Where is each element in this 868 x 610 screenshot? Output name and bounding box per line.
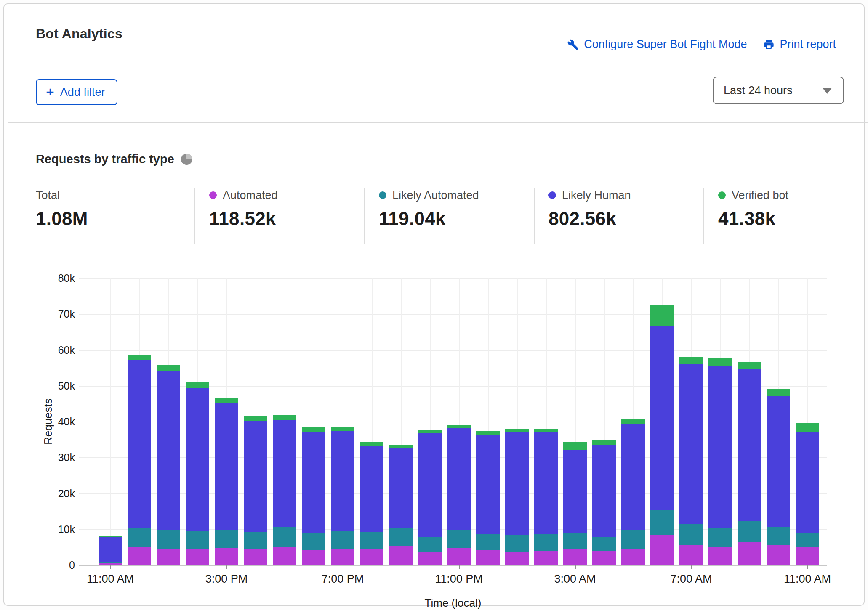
bar-segment-likely-automated xyxy=(157,530,180,548)
print-report-link[interactable]: Print report xyxy=(763,38,836,51)
stat-divider xyxy=(534,188,535,244)
configure-super-bot-fight-mode-link[interactable]: Configure Super Bot Fight Mode xyxy=(567,38,747,51)
bar-segment-likely-human xyxy=(302,432,325,533)
x-tick-mark xyxy=(575,565,576,569)
bar-segment-automated xyxy=(215,548,238,565)
x-tick-label: 11:00 AM xyxy=(87,573,134,586)
y-tick-label: 30k xyxy=(29,451,75,464)
stat-divider xyxy=(194,188,195,244)
wrench-icon xyxy=(567,39,579,50)
stacked-bar-900pm xyxy=(389,445,413,565)
bar-segment-verified-bot xyxy=(215,398,238,403)
stat-likely-human: Likely Human 802.56k xyxy=(548,188,631,229)
bar-segment-automated xyxy=(273,547,296,565)
bar-segment-likely-automated xyxy=(389,528,413,546)
x-tick-mark xyxy=(807,565,808,569)
bar-segment-verified-bot xyxy=(331,427,354,431)
x-tick-label: 11:00 PM xyxy=(435,573,483,586)
bar-segment-likely-automated xyxy=(592,537,616,551)
bar-segment-automated xyxy=(592,551,616,565)
bar-segment-likely-automated xyxy=(476,534,500,550)
bar-segment-likely-human xyxy=(99,537,122,562)
bar-segment-likely-human xyxy=(708,366,732,528)
bar-segment-automated xyxy=(418,552,442,565)
bar-segment-automated xyxy=(128,547,151,565)
bar-segment-likely-human xyxy=(679,364,703,524)
bar-segment-verified-bot xyxy=(505,429,529,433)
stacked-bar-1200am xyxy=(476,431,500,565)
bar-segment-automated xyxy=(360,549,383,565)
bar-segment-likely-human xyxy=(650,326,674,509)
x-tick-mark xyxy=(110,565,111,569)
bar-segment-likely-automated xyxy=(505,535,529,552)
bar-segment-automated xyxy=(738,542,761,565)
stacked-bar-400am xyxy=(592,440,616,565)
printer-icon xyxy=(763,39,775,50)
bar-segment-automated xyxy=(796,547,819,565)
bar-segment-verified-bot xyxy=(128,355,151,359)
bar-segment-verified-bot xyxy=(302,427,325,432)
bar-segment-verified-bot xyxy=(563,442,587,450)
x-tick-label: 3:00 AM xyxy=(554,573,596,586)
x-tick-mark xyxy=(691,565,692,569)
bar-segment-likely-human xyxy=(215,403,238,530)
bar-segment-likely-human xyxy=(738,369,761,521)
bar-segment-verified-bot xyxy=(186,382,209,388)
requests-by-traffic-type-chart: 11:00 AM3:00 PM7:00 PM11:00 PM3:00 AM7:0… xyxy=(79,278,827,565)
stat-likely-automated-label: Likely Automated xyxy=(392,189,479,202)
bar-segment-likely-human xyxy=(476,435,500,534)
bar-segment-likely-human xyxy=(563,450,587,533)
bar-segment-likely-human xyxy=(389,448,413,528)
bar-segment-likely-automated xyxy=(447,530,471,548)
bar-segment-automated xyxy=(447,548,471,565)
bar-segment-likely-human xyxy=(621,424,645,530)
bar-segment-automated xyxy=(621,549,645,565)
print-link-label: Print report xyxy=(780,38,836,51)
stat-verified-bot-label: Verified bot xyxy=(732,189,788,202)
stat-divider xyxy=(364,188,365,244)
stacked-bar-800am xyxy=(708,358,732,565)
page: Bot Analytics Configure Super Bot Fight … xyxy=(0,0,868,610)
bar-segment-likely-automated xyxy=(418,537,442,552)
bar-segment-likely-human xyxy=(767,396,790,527)
stat-divider xyxy=(703,188,704,244)
bar-segment-verified-bot xyxy=(418,430,442,433)
bar-segment-verified-bot xyxy=(534,429,558,432)
bar-segment-automated xyxy=(157,549,180,565)
stacked-bar-800pm xyxy=(360,442,383,565)
bar-segment-verified-bot xyxy=(679,357,703,364)
stacked-bar-100pm xyxy=(157,365,180,565)
stat-automated-label: Automated xyxy=(223,189,278,202)
x-tick-label: 7:00 AM xyxy=(670,573,712,586)
time-range-select[interactable]: Last 24 hours xyxy=(713,77,844,104)
y-tick-label: 20k xyxy=(29,487,75,499)
y-tick-label: 10k xyxy=(29,523,75,535)
panel-title: Requests by traffic type xyxy=(36,152,174,166)
bar-segment-likely-automated xyxy=(679,524,703,545)
bar-segment-likely-human xyxy=(331,431,354,531)
stat-verified-bot-value: 41.38k xyxy=(718,208,788,229)
y-tick-label: 60k xyxy=(29,344,75,356)
stacked-bar-600pm xyxy=(302,427,325,565)
x-tick-mark xyxy=(343,565,343,569)
bar-segment-verified-bot xyxy=(360,442,383,446)
bar-segment-verified-bot xyxy=(273,415,296,421)
y-tick-label: 70k xyxy=(29,308,75,320)
add-filter-button[interactable]: + Add filter xyxy=(36,79,117,105)
bar-segment-likely-automated xyxy=(302,533,325,550)
y-axis-title: Requests xyxy=(42,398,55,445)
bar-segment-verified-bot xyxy=(592,440,616,446)
bar-segment-likely-automated xyxy=(534,534,558,551)
bar-segment-verified-bot xyxy=(244,416,267,421)
verified-bot-legend-dot xyxy=(718,191,726,199)
header-divider xyxy=(8,122,868,123)
stat-total: Total 1.08M xyxy=(36,188,88,229)
y-tick-label: 80k xyxy=(29,272,75,284)
chevron-down-icon xyxy=(822,88,832,94)
bar-segment-automated xyxy=(679,545,703,565)
likely-automated-legend-dot xyxy=(379,191,386,199)
bar-segment-verified-bot xyxy=(767,389,790,395)
gridline-horizontal xyxy=(79,278,827,279)
bar-segment-automated xyxy=(534,551,558,565)
bar-segment-automated xyxy=(505,552,529,565)
